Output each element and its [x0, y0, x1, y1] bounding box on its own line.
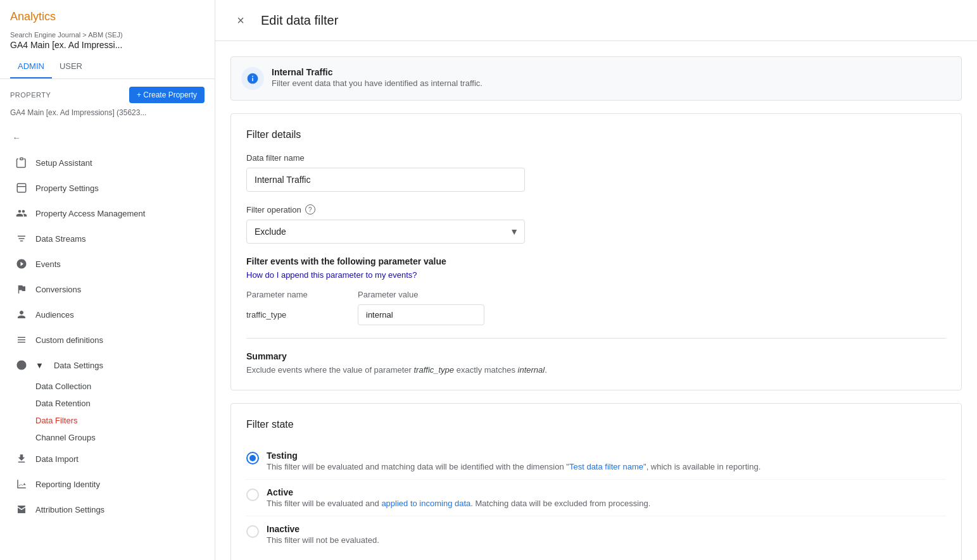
sidebar-label-audiences: Audiences — [35, 310, 74, 320]
filter-operation-group: Filter operation ? Exclude Include ▼ — [246, 204, 946, 244]
import-icon — [15, 452, 28, 465]
sidebar-label-data-streams: Data Streams — [35, 234, 85, 244]
close-button[interactable]: × — [230, 10, 251, 30]
overlay-header: × Edit data filter — [215, 0, 977, 41]
summary-end: . — [545, 365, 547, 375]
radio-testing-desc-text: This filter will be evaluated and matchi… — [267, 462, 566, 471]
nav-section: ← Setup Assistant Property Settings Prop… — [0, 122, 215, 525]
subnav-data-retention[interactable]: Data Retention — [30, 395, 215, 412]
sidebar-label-attribution-settings: Attribution Settings — [35, 505, 104, 514]
data-settings-chevron: ▼ — [35, 361, 44, 370]
sidebar-label-property-access: Property Access Management — [35, 209, 145, 218]
radio-active-label: Active — [267, 487, 650, 497]
property-title: GA4 Main [ex. Ad Impressi... — [10, 40, 205, 55]
filter-name-input[interactable] — [246, 168, 525, 192]
back-button[interactable]: ← — [0, 125, 215, 150]
radio-active-content: Active This filter will be evaluated and… — [267, 487, 650, 508]
analytics-logo: Analytics — [10, 5, 205, 28]
tab-row: ADMIN USER — [0, 55, 215, 79]
filter-operation-label: Filter operation ? — [246, 204, 946, 215]
summary-title: Summary — [246, 351, 946, 361]
param-value-input[interactable] — [358, 304, 484, 325]
radio-active-desc-end: . Matching data will be excluded from pr… — [470, 499, 650, 508]
sidebar-header: Analytics Search Engine Journal > ABM (S… — [0, 0, 215, 55]
reporting-icon — [15, 478, 28, 490]
param-value-header: Parameter value — [358, 290, 418, 299]
svg-rect-0 — [20, 158, 23, 160]
analytics-logo-text: Analytics — [10, 10, 56, 23]
breadcrumb: Search Engine Journal > ABM (SEJ) — [10, 28, 205, 40]
sidebar-label-setup-assistant: Setup Assistant — [35, 158, 92, 168]
sidebar-item-property-access[interactable]: Property Access Management — [0, 201, 215, 226]
sidebar: Analytics Search Engine Journal > ABM (S… — [0, 0, 215, 560]
property-name-display: GA4 Main [ex. Ad Impressions] (35623... — [0, 106, 215, 122]
radio-active-button[interactable] — [246, 488, 259, 501]
sidebar-item-data-settings[interactable]: ▼ Data Settings — [0, 352, 215, 378]
filter-state-radio-group: Testing This filter will be evaluated an… — [246, 443, 946, 552]
radio-testing-desc-end: , which is available in reporting. — [646, 462, 761, 471]
filter-events-section: Filter events with the following paramet… — [246, 256, 946, 375]
sidebar-item-data-streams[interactable]: Data Streams — [0, 226, 215, 251]
sidebar-item-conversions[interactable]: Conversions — [0, 277, 215, 302]
radio-testing-label: Testing — [267, 451, 760, 461]
radio-inactive-desc: This filter will not be evaluated. — [267, 535, 379, 545]
radio-testing-content: Testing This filter will be evaluated an… — [267, 451, 760, 471]
sidebar-item-custom-definitions[interactable]: Custom definitions — [0, 327, 215, 352]
subnav-data-filters[interactable]: Data Filters — [30, 412, 215, 429]
property-label: Property — [10, 91, 51, 99]
filter-type-icon — [241, 67, 264, 90]
filter-type-description: Filter event data that you have identifi… — [272, 78, 482, 88]
radio-inactive-label: Inactive — [267, 524, 379, 534]
sidebar-item-reporting-identity[interactable]: Reporting Identity — [0, 471, 215, 497]
subnav-data-collection[interactable]: Data Collection — [30, 378, 215, 395]
summary-pre: Exclude events where the value of parame… — [246, 365, 413, 375]
filter-events-title: Filter events with the following paramet… — [246, 256, 946, 266]
radio-testing-desc: This filter will be evaluated and matchi… — [267, 462, 760, 471]
radio-inactive-button[interactable] — [246, 525, 259, 538]
summary-mid: exactly matches — [454, 365, 517, 375]
svg-rect-1 — [17, 184, 26, 192]
tab-user[interactable]: USER — [52, 55, 90, 78]
clipboard-icon — [15, 156, 28, 169]
overlay-body: Internal Traffic Filter event data that … — [215, 56, 977, 560]
radio-testing-button[interactable] — [246, 452, 259, 464]
data-settings-icon — [15, 359, 28, 371]
streams-icon — [15, 232, 28, 245]
back-icon: ← — [10, 131, 23, 144]
sidebar-item-setup-assistant[interactable]: Setup Assistant — [0, 150, 215, 175]
radio-item-active: Active This filter will be evaluated and… — [246, 479, 946, 516]
help-link[interactable]: How do I append this parameter to my eve… — [246, 270, 946, 280]
sidebar-item-attribution-settings[interactable]: Attribution Settings — [0, 497, 215, 522]
sidebar-label-data-import: Data Import — [35, 454, 79, 464]
sidebar-label-property-settings: Property Settings — [35, 184, 99, 193]
subnav-channel-groups[interactable]: Channel Groups — [30, 429, 215, 446]
radio-item-inactive: Inactive This filter will not be evaluat… — [246, 516, 946, 552]
filter-details-title: Filter details — [246, 129, 946, 140]
sidebar-item-audiences[interactable]: Audiences — [0, 302, 215, 327]
sidebar-item-property-settings[interactable]: Property Settings — [0, 175, 215, 201]
operation-help-icon[interactable]: ? — [305, 204, 315, 215]
people-icon — [15, 207, 28, 220]
summary-match: internal — [518, 365, 545, 375]
filter-type-info: Internal Traffic Filter event data that … — [272, 67, 482, 88]
attribution-icon — [15, 503, 28, 516]
sidebar-label-conversions: Conversions — [35, 285, 81, 294]
tab-admin[interactable]: ADMIN — [10, 55, 52, 78]
radio-active-highlight: applied to incoming data — [381, 499, 470, 508]
overlay-title: Edit data filter — [261, 13, 338, 28]
filter-operation-select[interactable]: Exclude Include — [246, 220, 525, 244]
sidebar-item-events[interactable]: Events — [0, 251, 215, 277]
radio-item-testing: Testing This filter will be evaluated an… — [246, 443, 946, 479]
summary-text: Exclude events where the value of parame… — [246, 365, 946, 375]
radio-testing-highlight: "Test data filter name" — [566, 462, 646, 471]
edit-data-filter-overlay: × Edit data filter Internal Traffic Filt… — [215, 0, 977, 560]
sidebar-label-reporting-identity: Reporting Identity — [35, 480, 100, 489]
create-property-button[interactable]: + Create Property — [129, 87, 205, 103]
audience-icon — [15, 308, 28, 321]
filter-name-group: Data filter name — [246, 153, 946, 192]
sidebar-label-custom-definitions: Custom definitions — [35, 335, 103, 345]
settings-icon — [15, 182, 28, 194]
param-name-header: Parameter name — [246, 290, 348, 299]
sidebar-item-data-import[interactable]: Data Import — [0, 446, 215, 471]
sidebar-label-data-settings: Data Settings — [54, 361, 103, 370]
